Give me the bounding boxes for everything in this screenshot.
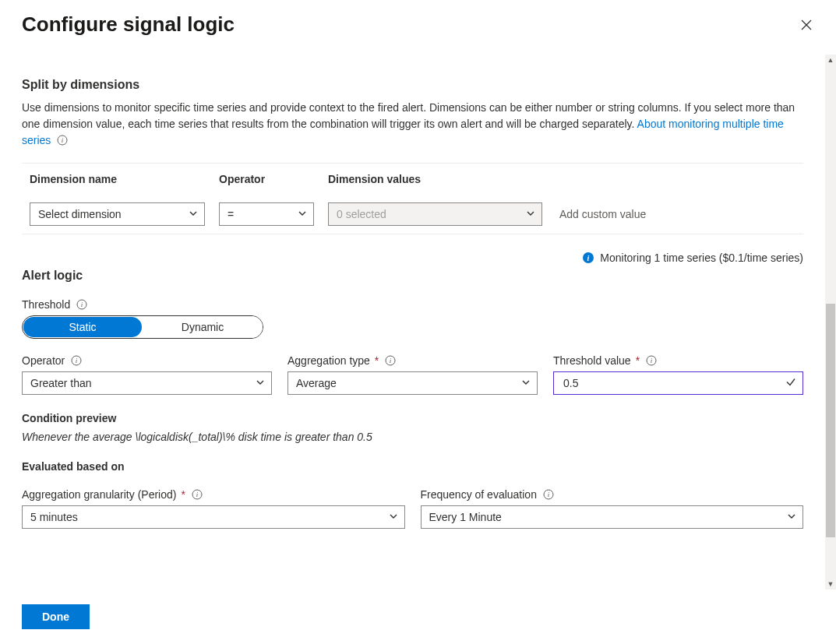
svg-text:i: i	[196, 491, 199, 498]
dimensions-table: Dimension name Operator Dimension values…	[22, 163, 803, 234]
svg-text:i: i	[651, 357, 653, 364]
scroll-up-arrow-icon[interactable]: ▲	[825, 55, 836, 65]
panel-footer: Done	[0, 589, 836, 644]
chevron-down-icon	[389, 511, 398, 523]
dimensions-table-row: Select dimension = 0 selected	[22, 195, 803, 234]
operator-select[interactable]: Greater than	[22, 371, 272, 395]
info-icon[interactable]: i	[543, 489, 554, 500]
panel-title: Configure signal logic	[22, 12, 235, 37]
threshold-dynamic-option[interactable]: Dynamic	[143, 316, 263, 338]
threshold-value-label: Threshold value* i	[553, 354, 803, 367]
scrollbar-thumb[interactable]	[826, 304, 835, 537]
info-icon[interactable]: i	[57, 135, 68, 146]
svg-text:i: i	[62, 136, 64, 144]
done-button[interactable]: Done	[22, 604, 90, 629]
info-icon[interactable]: i	[646, 355, 657, 366]
threshold-static-option[interactable]: Static	[23, 317, 142, 337]
frequency-of-evaluation-label: Frequency of evaluation i	[421, 488, 804, 501]
svg-text:i: i	[81, 301, 83, 308]
dimensions-heading: Split by dimensions	[22, 78, 803, 92]
chevron-down-icon	[521, 377, 531, 389]
info-icon[interactable]: i	[76, 299, 87, 310]
operator-label: Operator i	[22, 354, 272, 367]
info-icon: i	[583, 252, 594, 263]
panel-header: Configure signal logic	[0, 0, 836, 37]
chevron-down-icon	[256, 377, 265, 389]
chevron-down-icon	[787, 511, 796, 523]
condition-preview-heading: Condition preview	[22, 412, 803, 424]
close-icon	[800, 19, 813, 31]
info-icon[interactable]: i	[385, 355, 396, 366]
panel-body: Split by dimensions Use dimensions to mo…	[0, 55, 825, 589]
threshold-toggle: Static Dynamic	[22, 315, 263, 339]
add-custom-value-input[interactable]	[556, 202, 803, 226]
checkmark-icon	[785, 377, 796, 390]
aggregation-granularity-label: Aggregation granularity (Period)* i	[22, 488, 405, 501]
vertical-scrollbar[interactable]: ▲ ▼	[825, 55, 836, 589]
aggregation-granularity-select[interactable]: 5 minutes	[22, 505, 405, 529]
dimensions-table-header: Dimension name Operator Dimension values	[22, 164, 803, 195]
col-dimension-name: Dimension name	[30, 173, 205, 185]
threshold-value-input-wrapper	[553, 371, 803, 395]
dimension-name-select[interactable]: Select dimension	[30, 202, 205, 226]
info-icon[interactable]: i	[192, 489, 203, 500]
info-icon[interactable]: i	[71, 355, 82, 366]
svg-text:i: i	[390, 357, 392, 364]
close-button[interactable]	[799, 17, 814, 33]
col-dimension-values: Dimension values	[328, 173, 542, 185]
aggregation-type-label: Aggregation type* i	[287, 354, 538, 367]
dimension-operator-select[interactable]: =	[219, 202, 314, 226]
dimensions-description: Use dimensions to monitor specific time …	[22, 100, 803, 149]
chevron-down-icon	[526, 208, 535, 220]
chevron-down-icon	[298, 208, 307, 220]
scroll-down-arrow-icon[interactable]: ▼	[825, 579, 836, 589]
aggregation-type-select[interactable]: Average	[287, 371, 538, 395]
monitoring-info-text: Monitoring 1 time series ($0.1/time seri…	[600, 252, 803, 264]
chevron-down-icon	[189, 208, 198, 220]
svg-text:i: i	[548, 491, 550, 498]
alert-logic-heading: Alert logic	[22, 269, 803, 283]
svg-text:i: i	[587, 254, 590, 262]
configure-signal-logic-panel: Configure signal logic Split by dimensio…	[0, 0, 836, 644]
threshold-label: Threshold i	[22, 298, 803, 311]
threshold-value-input[interactable]	[562, 376, 781, 390]
dimension-values-select[interactable]: 0 selected	[328, 202, 542, 226]
monitoring-info-row: i Monitoring 1 time series ($0.1/time se…	[22, 252, 803, 264]
frequency-of-evaluation-select[interactable]: Every 1 Minute	[421, 505, 804, 529]
col-operator: Operator	[219, 173, 314, 185]
svg-text:i: i	[76, 357, 78, 364]
evaluated-based-on-heading: Evaluated based on	[22, 460, 803, 473]
condition-preview-text: Whenever the average \logicaldisk(_total…	[22, 431, 803, 443]
